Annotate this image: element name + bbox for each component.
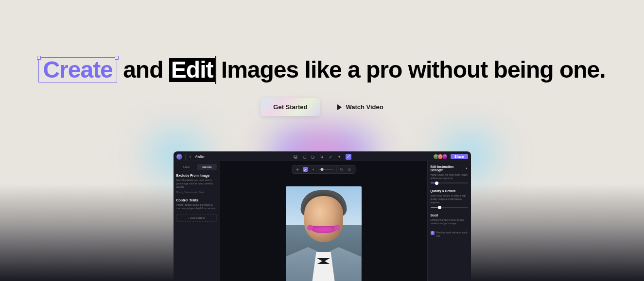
tab-basic[interactable]: Basic [176,164,196,170]
add-control-button[interactable]: + Add control [176,214,217,222]
strength-slider[interactable] [431,182,468,183]
zoom-icon[interactable] [339,167,344,172]
checkbox-label: Random seed value for each run [436,231,468,238]
dot-icon[interactable] [311,167,315,172]
get-started-button[interactable]: Get Started [261,98,320,116]
brush-size-slider[interactable] [318,169,333,170]
svg-point-3 [340,168,342,170]
app-logo-icon [176,154,182,160]
quality-slider[interactable] [431,207,468,208]
setting-description: Higher value will have more image adhere… [431,173,468,180]
collaborator-avatars[interactable] [433,154,448,160]
avatar [442,154,448,160]
section-description: Visual Prompt: Select an image to use po… [176,203,217,210]
canvas-area[interactable] [220,161,427,281]
canvas-toolbar [292,165,355,174]
crop-icon[interactable] [319,154,324,159]
setting-title: Edit Instruction Strength [431,165,468,172]
canvas-image[interactable] [286,186,362,281]
svg-rect-0 [294,155,296,157]
brush-icon[interactable] [328,154,333,159]
wand-icon[interactable] [346,154,351,160]
play-icon [337,104,342,110]
exclude-input[interactable]: Blurry, Watermark, Text [176,191,217,194]
tab-canvas[interactable]: Canvas [197,164,217,170]
svg-rect-1 [295,156,297,158]
section-title: Exclude From Image [176,174,217,177]
app-preview: Atelier Share Basic Canvas Exclude [174,151,471,281]
app-titlebar: Atelier Share [174,152,471,161]
breadcrumb: Atelier [195,155,205,158]
headline-word-edit: Edit [169,58,215,82]
brush-tool-icon[interactable] [303,167,308,172]
setting-title: Seed [431,214,468,217]
move-icon[interactable] [295,167,300,172]
undo-icon[interactable] [302,154,307,159]
top-toolbar [293,154,351,160]
watch-video-button[interactable]: Watch Video [337,103,383,111]
section-title: Control Traits [176,198,217,202]
random-seed-checkbox[interactable] [431,231,435,235]
chevron-left-icon[interactable] [189,155,192,159]
share-button[interactable]: Share [451,154,468,159]
redo-icon[interactable] [311,154,315,159]
left-panel: Basic Canvas Exclude From Image Describe… [174,161,220,281]
headline-word-create: Create [38,57,117,83]
hero-headline: Create and Edit Images like a pro withou… [0,57,644,83]
sparkle-icon[interactable] [337,154,342,159]
setting-description: Different numbers result in new variatio… [431,218,468,225]
hand-icon[interactable] [347,167,352,172]
right-panel: Edit Instruction Strength Higher value w… [427,161,471,281]
setting-title: Quality & Details [431,189,468,193]
section-description: Describe details you don't want in your … [176,179,217,189]
setting-description: More steps results in often a high quali… [431,194,468,204]
layers-icon[interactable] [293,154,298,159]
sparkle-icon [465,167,468,170]
svg-point-2 [313,169,313,170]
